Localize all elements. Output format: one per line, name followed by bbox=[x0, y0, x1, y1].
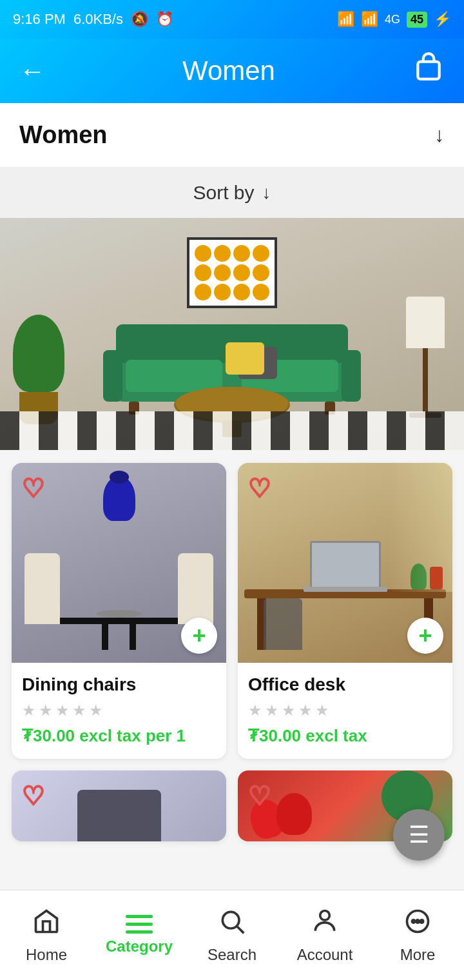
office-chair bbox=[264, 598, 302, 650]
section-title-bar: Women ↓ bbox=[0, 103, 464, 168]
nav-item-more[interactable]: More bbox=[379, 907, 456, 964]
section-title: Women bbox=[19, 121, 108, 149]
star-3: ★ bbox=[282, 701, 296, 720]
wishlist-heart-partial-left[interactable]: ♡ bbox=[22, 781, 45, 810]
star-3: ★ bbox=[55, 701, 70, 720]
dining-chair-right bbox=[178, 553, 213, 624]
product-stars-office: ★ ★ ★ ★ ★ bbox=[248, 701, 442, 720]
charging-icon: ⚡ bbox=[434, 11, 451, 28]
wifi-icon: 📶 bbox=[337, 11, 354, 28]
status-speed: 6.0KB/s bbox=[73, 11, 123, 28]
add-to-cart-office[interactable]: + bbox=[407, 618, 443, 654]
star-4: ★ bbox=[72, 701, 86, 720]
star-2: ★ bbox=[39, 701, 53, 720]
plant-decoration bbox=[13, 315, 64, 418]
4g-icon: 4G bbox=[385, 13, 400, 26]
lamp-decoration bbox=[406, 297, 445, 418]
section-dropdown-icon[interactable]: ↓ bbox=[434, 123, 445, 147]
laptop-screen bbox=[310, 541, 381, 589]
partial-sofa bbox=[77, 790, 161, 841]
product-price-dining: ₮30.00 excl tax per 1 bbox=[22, 726, 216, 746]
svg-rect-5 bbox=[103, 350, 122, 402]
window-light bbox=[388, 463, 452, 592]
filter-icon: ☰ bbox=[409, 821, 429, 848]
wall-art bbox=[187, 237, 277, 308]
table-leg-right bbox=[130, 624, 136, 650]
product-info-office: Office desk ★ ★ ★ ★ ★ ₮30.00 excl tax bbox=[238, 663, 452, 759]
strawberry-2 bbox=[276, 793, 312, 835]
product-card-office-desk: ♡ + Office desk ★ ★ ★ ★ ★ ₮30.00 excl ta… bbox=[238, 463, 452, 759]
pen-holder bbox=[430, 567, 443, 589]
svg-point-18 bbox=[320, 910, 330, 920]
svg-line-17 bbox=[237, 926, 244, 933]
svg-rect-10 bbox=[226, 342, 264, 375]
star-2: ★ bbox=[265, 701, 279, 720]
wishlist-heart-office[interactable]: ♡ bbox=[248, 473, 271, 503]
svg-rect-6 bbox=[342, 350, 361, 402]
nav-item-account[interactable]: Account bbox=[286, 907, 363, 964]
status-left: 9:16 PM 6.0KB/s 🔕 ⏰ bbox=[13, 11, 173, 28]
sort-bar[interactable]: Sort by ↓ bbox=[0, 168, 464, 218]
dining-table-top bbox=[48, 618, 190, 624]
lamp-pole bbox=[423, 348, 428, 413]
product-grid: ♡ + Dining chairs ★ ★ ★ ★ ★ ₮30.00 excl … bbox=[0, 450, 464, 854]
nav-item-home[interactable]: Home bbox=[8, 907, 85, 964]
rug-decoration bbox=[0, 411, 464, 450]
cat-line-2 bbox=[126, 923, 153, 926]
star-1: ★ bbox=[22, 701, 36, 720]
search-label: Search bbox=[208, 946, 256, 964]
star-4: ★ bbox=[298, 701, 313, 720]
status-bar: 9:16 PM 6.0KB/s 🔕 ⏰ 📶 📶 4G 45 ⚡ bbox=[0, 0, 464, 39]
cat-line-1 bbox=[126, 915, 153, 918]
partial-image-left: ♡ bbox=[12, 770, 226, 841]
laptop-base bbox=[304, 587, 387, 592]
plate bbox=[97, 610, 142, 618]
wishlist-heart-partial-right[interactable]: ♡ bbox=[248, 781, 271, 810]
wishlist-heart-dining[interactable]: ♡ bbox=[22, 473, 45, 503]
nav-item-category[interactable]: Category bbox=[101, 915, 178, 956]
product-card-partial-left: ♡ bbox=[12, 770, 226, 841]
cart-icon bbox=[412, 52, 445, 84]
more-icon bbox=[403, 907, 432, 942]
cart-button[interactable] bbox=[412, 52, 445, 90]
category-label: Category bbox=[106, 937, 173, 956]
header-title: Women bbox=[182, 55, 275, 86]
product-name-dining: Dining chairs bbox=[22, 674, 216, 695]
table-leg-left bbox=[102, 624, 108, 650]
sort-arrow-icon: ↓ bbox=[262, 182, 271, 203]
account-label: Account bbox=[297, 946, 353, 964]
floating-filter-button[interactable]: ☰ bbox=[393, 809, 445, 861]
svg-point-20 bbox=[412, 919, 414, 922]
more-label: More bbox=[400, 946, 436, 964]
product-card-dining-chairs: ♡ + Dining chairs ★ ★ ★ ★ ★ ₮30.00 excl … bbox=[12, 463, 226, 759]
svg-rect-0 bbox=[418, 61, 439, 79]
home-label: Home bbox=[26, 946, 67, 964]
svg-point-21 bbox=[416, 919, 419, 922]
sort-label: Sort by bbox=[193, 182, 254, 204]
back-button[interactable]: ← bbox=[19, 57, 45, 86]
star-1: ★ bbox=[248, 701, 262, 720]
product-stars-dining: ★ ★ ★ ★ ★ bbox=[22, 701, 216, 720]
product-name-office: Office desk bbox=[248, 674, 442, 695]
flower-stem bbox=[110, 471, 129, 484]
account-icon bbox=[311, 907, 339, 942]
add-to-cart-dining[interactable]: + bbox=[181, 618, 217, 654]
product-image-office-desk: ♡ + bbox=[238, 463, 452, 663]
star-5: ★ bbox=[315, 701, 329, 720]
star-5: ★ bbox=[89, 701, 103, 720]
dining-chair-left bbox=[24, 553, 60, 624]
home-icon bbox=[32, 907, 61, 942]
hero-banner bbox=[0, 218, 464, 450]
status-right: 📶 📶 4G 45 ⚡ bbox=[337, 11, 451, 28]
cat-line-3 bbox=[126, 930, 153, 934]
alarm-icon: ⏰ bbox=[156, 11, 173, 28]
search-icon bbox=[218, 907, 246, 942]
header: ← Women bbox=[0, 39, 464, 103]
svg-point-22 bbox=[420, 919, 423, 922]
nav-item-search[interactable]: Search bbox=[193, 907, 271, 964]
battery-indicator: 45 bbox=[407, 12, 427, 28]
bottom-nav: Home Category Search Account bbox=[0, 890, 464, 980]
lamp-shade bbox=[406, 297, 445, 348]
signal-icon: 📶 bbox=[361, 11, 378, 28]
svg-point-16 bbox=[222, 912, 239, 928]
